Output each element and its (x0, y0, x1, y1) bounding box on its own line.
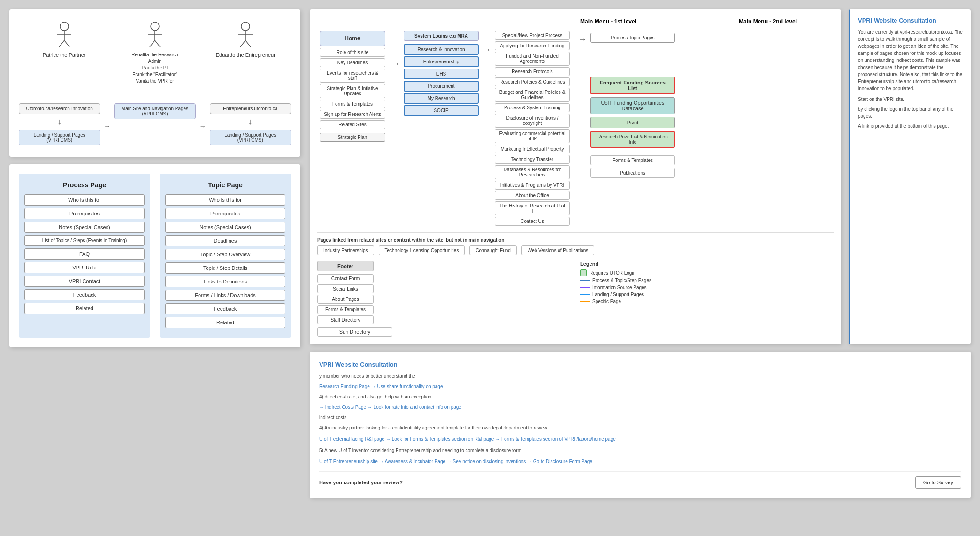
home-item-6: Related Sites (320, 120, 385, 129)
related-sites-items: Industry Partnerships Technology Licensi… (317, 245, 834, 255)
publications-box: Publications (590, 168, 675, 178)
topic-item-5: Topic / Step Details (165, 262, 285, 274)
process-item-4: FAQ (24, 248, 145, 260)
persona-eduardo-label: Eduardo the Entrepreneur (216, 52, 276, 59)
legend-label-info: Information Source Pages (592, 285, 647, 290)
side-note-para-1: Start on the VPRI site. (858, 96, 963, 103)
topic-item-3: Deadlines (165, 235, 285, 246)
process-page-section: Process Page Who is this for Prerequisit… (19, 174, 150, 338)
process-page-title: Process Page (24, 181, 145, 189)
footer-title: Footer (317, 261, 374, 271)
svg-line-14 (245, 40, 251, 47)
flow-box-landing-right: Landing / Support Pages (VPRI CMS) (210, 130, 291, 145)
pivot-box: Pivot (590, 117, 675, 128)
home-col: Home Role of this site Key Deadlines Eve… (317, 31, 388, 142)
legend-utor: Requires UTOR Login (580, 269, 834, 276)
l2-special: Special/New Project Process (495, 31, 570, 40)
survey-bar: Have you completed your review? Go to Su… (319, 471, 961, 489)
svg-line-9 (155, 40, 160, 47)
process-item-8: Related (24, 303, 145, 314)
strategic-plan-item: Strategic Plan (320, 133, 385, 142)
l2-history: The History of Research at U of T (495, 201, 570, 215)
side-note-para-2: by clicking the logo in the top bar of a… (858, 106, 963, 120)
footer-item-3: Forms & Templates (317, 305, 374, 314)
my-research-item: My Research (404, 93, 479, 104)
rel-item-2: Connaught Fund (469, 245, 517, 255)
persona-patrice: Patrice the Partner (34, 21, 95, 59)
procurement-item: Procurement (404, 81, 479, 92)
consultation-title: VPRI Website Consultation (319, 361, 961, 368)
related-sites-section: Pages linked from related sites or conte… (317, 232, 834, 255)
svg-line-3 (59, 40, 64, 47)
process-topic-col: Process Topic Pages Frequent Funding Sou… (590, 31, 675, 178)
l2-training: Process & System Training (495, 103, 570, 112)
l2-disclosure: Disclosure of inventions / copyright (495, 114, 570, 128)
menu-1-title: Main Menu - 1st level (580, 18, 636, 25)
flow-box-utoronto: Utoronto.ca/research-innovation (19, 103, 100, 114)
flow-col-left: Utoronto.ca/research-innovation ↓ Landin… (19, 103, 100, 145)
persona-patrice-label: Patrice the Partner (43, 52, 86, 59)
survey-button[interactable]: Go to Survey (915, 476, 961, 489)
home-item-1: Key Deadlines (320, 58, 385, 67)
process-item-6: VPRI Contact (24, 276, 145, 287)
sitemap-body: Home Role of this site Key Deadlines Eve… (317, 31, 834, 226)
consultation-card: VPRI Website Consultation y member who n… (310, 352, 971, 498)
left-panel: Patrice the Partner Renaltta the Researc… (9, 9, 300, 498)
rel-item-0: Industry Partnerships (317, 245, 374, 255)
sitemap-headers: Main Menu - 1st level Main Menu - 2nd le… (317, 17, 834, 25)
flow-box-main-nav: Main Site and Navigation Pages (VPRI CMS… (114, 103, 195, 119)
related-sites-label: Pages linked from related sites or conte… (317, 237, 834, 243)
home-items: Role of this site Key Deadlines Events f… (320, 48, 385, 129)
flow-col-right: Entrepreneurs.utoronto.ca ↓ Landing / Su… (210, 103, 291, 145)
side-note-card: VPRI Website Consultation You are curren… (849, 9, 971, 344)
l2-contact: Contact Us (495, 217, 570, 226)
menu-level2: Special/New Project Process Applying for… (495, 31, 574, 226)
footer-item-4: Staff Directory (317, 315, 374, 324)
legend-label-specific: Specific Page (592, 299, 621, 304)
svg-line-13 (240, 40, 245, 47)
footer-section: Footer Contact Form Social Links About P… (317, 261, 571, 337)
legend-color-utor (580, 269, 587, 276)
legend-line-info (580, 287, 590, 288)
flow-diagram: Utoronto.ca/research-innovation ↓ Landin… (19, 103, 291, 145)
legend-landing: Landing / Support Pages (580, 292, 834, 297)
menu-level1: System Logins e.g MRA Research & Innovat… (404, 31, 479, 116)
right-panel: Main Menu - 1st level Main Menu - 2nd le… (310, 9, 971, 498)
svg-point-10 (241, 22, 250, 31)
l2-applying: Applying for Research Funding (495, 41, 570, 50)
rel-item-1: Technology Licensing Opportunities (379, 245, 465, 255)
process-item-2: Notes (Special Cases) (24, 222, 145, 233)
persona-renaltta: Renaltta the Research Admin Paula the PI… (124, 21, 185, 84)
side-note-para-3: A link is provided at the bottom of this… (858, 123, 963, 130)
consultation-link-0: Research Funding Page → Use share functi… (319, 383, 961, 391)
svg-point-0 (60, 22, 69, 31)
l2-policies: Research Policies & Guidelines (495, 77, 570, 86)
l2-about: About the Office (495, 191, 570, 200)
footer-items: Contact Form Social Links About Pages Fo… (317, 274, 374, 324)
process-item-1: Prerequisites (24, 208, 145, 219)
menu-2-title: Main Menu - 2nd level (739, 18, 797, 25)
legend-label-landing: Landing / Support Pages (592, 292, 644, 297)
legend-line-landing (580, 294, 590, 295)
rel-item-3: Web Versions of Publications (521, 245, 594, 255)
home-item-0: Role of this site (320, 48, 385, 57)
home-item-4: Forms & Templates (320, 100, 385, 108)
sun-directory-box: Sun Directory (317, 327, 392, 337)
process-topic-pages-box: Process Topic Pages (590, 33, 675, 43)
legend-section: Legend Requires UTOR Login Process & Top… (580, 261, 834, 306)
topic-item-0: Who is this for (165, 194, 285, 206)
legend-label-process: Process & Topic/Step Pages (592, 278, 651, 283)
svg-line-4 (64, 40, 69, 47)
l2-protocols: Research Protocols (495, 67, 570, 76)
person-icon-renaltta (143, 21, 167, 49)
flow-box-landing-left: Landing / Support Pages (VPRI CMS) (19, 130, 100, 145)
topic-page-section: Topic Page Who is this for Prerequisites… (160, 174, 291, 338)
side-note-para-0: You are currently at vpri-research.utoro… (858, 29, 963, 92)
l2-databases: Databases & Resources for Researchers (495, 165, 570, 179)
home-box: Home (320, 31, 385, 46)
process-item-7: Feedback (24, 289, 145, 300)
topic-item-4: Topic / Step Overview (165, 249, 285, 260)
footer-item-1: Social Links (317, 284, 374, 293)
consultation-scenario-2: indirect costs (319, 414, 961, 421)
person-icon-patrice (53, 21, 76, 49)
